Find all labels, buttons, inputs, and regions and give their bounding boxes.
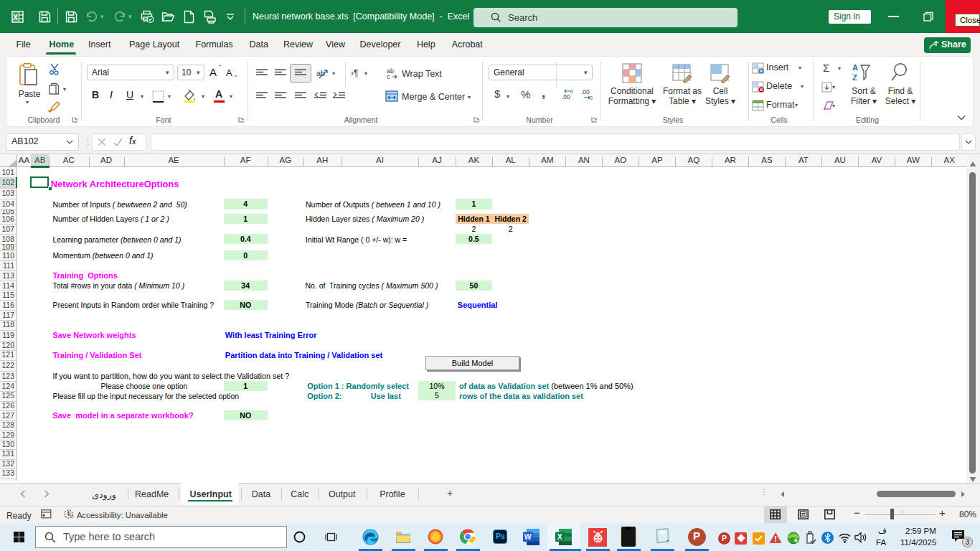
svg-text:W: W [524, 532, 532, 541]
svg-text:X: X [557, 532, 562, 541]
svg-text:0: 0 [590, 95, 593, 100]
svg-text:.00: .00 [581, 89, 590, 95]
svg-text:Z: Z [852, 73, 857, 82]
svg-text:?: ? [71, 514, 75, 519]
svg-text:0: 0 [570, 89, 573, 94]
svg-text:A: A [852, 63, 858, 72]
svg-text:.00: .00 [562, 93, 570, 100]
svg-text:X: X [13, 14, 18, 22]
svg-text:c: c [387, 73, 390, 79]
